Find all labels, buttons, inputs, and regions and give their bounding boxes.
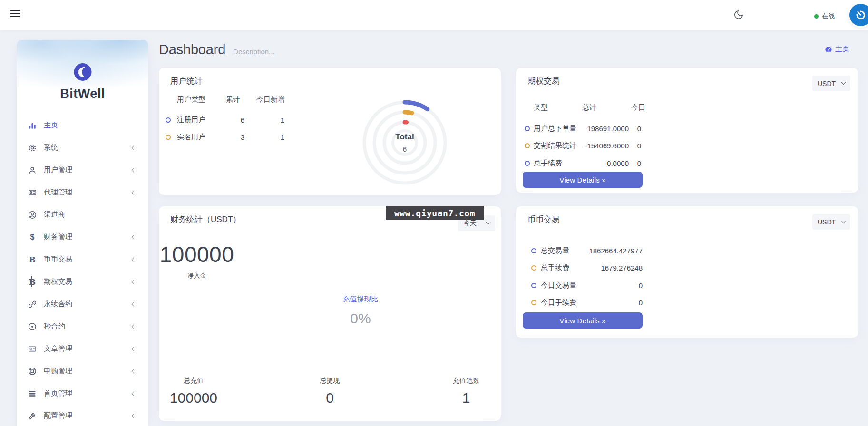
table-row: 今日手续费0	[516, 294, 858, 312]
sidebar-item-baht[interactable]: B期权交易	[17, 271, 148, 293]
sidebar-item-b-serif[interactable]: B币币交易	[17, 248, 148, 271]
finance-stat-总提现: 总提现0	[304, 377, 356, 406]
sidebar-item-label: 系统	[44, 143, 58, 152]
wrench-icon	[27, 411, 38, 421]
row-today: 1	[244, 133, 284, 141]
stat-label: 充值笔数	[440, 377, 492, 385]
life-ring-icon	[27, 367, 38, 376]
sidebar-item-life-ring[interactable]: 申购管理	[17, 360, 148, 382]
sidebar-item-label: 首页管理	[44, 389, 72, 398]
sidebar-item-gear[interactable]: 系统	[17, 136, 148, 159]
spot-title: 币币交易	[527, 214, 560, 225]
sidebar-item-label: 永续合约	[44, 300, 72, 309]
chevron-left-icon	[132, 257, 137, 262]
sidebar-item-user[interactable]: 用户管理	[17, 159, 148, 181]
sidebar-item-label: 配置管理	[44, 411, 72, 420]
finance-title: 财务统计（USDT）	[170, 214, 241, 225]
row-label: 实名用户	[177, 133, 226, 142]
page-subtitle: Description...	[233, 48, 275, 56]
row-today: 0	[629, 142, 641, 150]
table-row: 今日交易量0	[516, 277, 858, 294]
user-circle-icon	[27, 210, 38, 220]
ratio-value: 0%	[294, 310, 427, 327]
chevron-left-icon	[132, 369, 137, 374]
user-stats-header-1: 累计	[226, 95, 256, 104]
sidebar-item-circle-dot[interactable]: 秒合约	[17, 315, 148, 338]
dark-mode-moon-icon[interactable]	[731, 8, 746, 22]
row-total: 3	[226, 133, 244, 141]
finance-stats-card: 财务统计（USDT） 今天 100000 净入金 充值提现比 0% 总充值100…	[159, 206, 501, 421]
ratio-label: 充值提现比	[294, 295, 427, 304]
user-stats-header-2: 今日新增	[256, 95, 285, 104]
chevron-left-icon	[132, 391, 137, 396]
chevron-left-icon	[132, 145, 137, 150]
chart-total-label: Total	[395, 132, 414, 142]
row-total: 6	[226, 116, 244, 124]
options-title: 期权交易	[527, 76, 560, 87]
sidebar-item-bar-chart[interactable]: 主页	[17, 114, 148, 136]
row-total: 0.0000	[581, 159, 629, 167]
spot-currency-value: USDT	[818, 218, 836, 226]
sidebar-item-newspaper[interactable]: 文章管理	[17, 338, 148, 360]
hamburger-menu-icon[interactable]	[10, 10, 20, 17]
table-row: 总手续费1679.276248	[516, 260, 858, 277]
online-label: 在线	[822, 12, 835, 20]
chevron-left-icon	[132, 302, 137, 307]
chart-total-value: 6	[403, 145, 407, 153]
sidebar-item-label: 币币交易	[44, 255, 72, 264]
chevron-left-icon	[132, 414, 137, 418]
bullet-icon	[531, 265, 536, 271]
options-view-details-button[interactable]: View Details »	[523, 172, 643, 188]
table-row: 总手续费0.00000	[516, 155, 858, 172]
finance-stat-总充值: 总充值100000	[167, 377, 220, 406]
chevron-down-icon	[841, 80, 846, 85]
sidebar-item-dollar[interactable]: $财务管理	[17, 226, 148, 248]
options-header-1: 总计	[582, 103, 631, 112]
row-today: 0	[629, 125, 641, 133]
stat-label: 总充值	[167, 377, 220, 385]
row-label: 用户总下单量	[534, 124, 581, 133]
chevron-left-icon	[132, 280, 137, 284]
deposit-withdraw-ratio: 充值提现比 0%	[294, 295, 427, 327]
online-dot-icon	[814, 14, 819, 19]
bullet-icon	[531, 283, 536, 288]
spot-currency-select[interactable]: USDT	[812, 214, 850, 230]
brand-name: BitWell	[17, 87, 148, 101]
net-deposit-label: 净入金	[159, 271, 235, 280]
breadcrumb-home-label: 主页	[835, 45, 849, 54]
row-today: 0	[629, 159, 641, 167]
row-total: 198691.0000	[581, 125, 629, 133]
newspaper-icon	[27, 344, 38, 354]
row-label: 总交易量	[541, 246, 571, 255]
sidebar-item-link[interactable]: 永续合约	[17, 293, 148, 315]
user-avatar[interactable]	[849, 4, 868, 26]
row-label: 总手续费	[541, 263, 571, 272]
topbar: 在线	[0, 0, 868, 30]
options-currency-select[interactable]: USDT	[812, 76, 850, 91]
stat-label: 总提现	[304, 377, 356, 385]
sidebar-item-label: 主页	[44, 121, 58, 130]
finance-stat-充值笔数: 充值笔数1	[440, 377, 492, 406]
spot-table: 总交易量1862664.427977总手续费1679.276248今日交易量0今…	[516, 242, 858, 311]
net-deposit-value: 100000	[159, 242, 235, 267]
row-label: 注册用户	[177, 116, 226, 125]
bullet-icon	[166, 117, 171, 123]
sidebar-item-label: 文章管理	[44, 344, 72, 353]
sidebar-item-label: 用户管理	[44, 165, 72, 174]
row-value: 1862664.427977	[571, 247, 643, 255]
sidebar-item-wrench[interactable]: 配置管理	[17, 405, 148, 426]
row-label: 今日交易量	[541, 281, 571, 290]
spot-view-details-button[interactable]: View Details »	[523, 312, 643, 329]
sidebar: BitWell 主页系统用户管理代理管理渠道商$财务管理B币币交易B期权交易永续…	[17, 40, 148, 426]
sidebar-item-label: 渠道商	[44, 210, 65, 219]
bullet-icon	[166, 135, 171, 140]
breadcrumb-home-link[interactable]: 主页	[825, 45, 849, 54]
finance-bottom-stats: 总充值100000总提现0充值笔数1	[159, 377, 501, 406]
row-today: 1	[244, 116, 284, 124]
chart-center-label: Total 6	[350, 88, 459, 195]
sidebar-item-lines[interactable]: 首页管理	[17, 382, 148, 405]
sidebar-item-id-card[interactable]: 代理管理	[17, 181, 148, 203]
user-icon	[27, 165, 38, 175]
sidebar-item-user-circle[interactable]: 渠道商	[17, 203, 148, 226]
row-value: 1679.276248	[571, 264, 643, 272]
